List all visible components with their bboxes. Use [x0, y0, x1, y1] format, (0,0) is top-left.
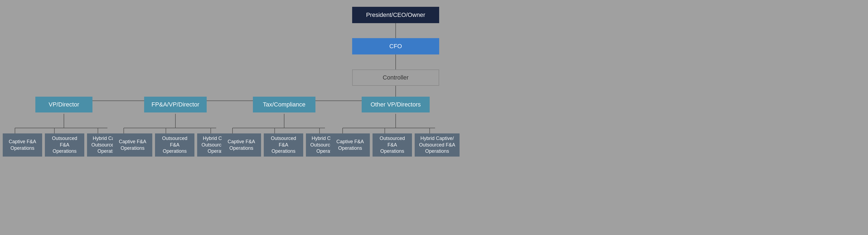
bottom-label-7: Outsourced F&A Operations [267, 135, 301, 154]
bottom-node-7[interactable]: Outsourced F&A Operations [264, 133, 303, 157]
fpa-vp-node[interactable]: FP&A/VP/Director [144, 97, 207, 112]
cfo-label: CFO [390, 43, 402, 50]
org-chart: President/CEO/Owner CFO Controller VP/Di… [0, 0, 868, 235]
cfo-node[interactable]: CFO [352, 38, 439, 54]
other-vp-node[interactable]: Other VP/Directors [362, 97, 430, 112]
other-vp-label: Other VP/Directors [371, 101, 421, 108]
bottom-node-1[interactable]: Outsourced F&A Operations [45, 133, 84, 157]
bottom-label-4: Outsourced F&A Operations [158, 135, 192, 154]
connector-lines [0, 0, 868, 235]
bottom-label-11: Hybrid Captive/ Outsourced F&A Operation… [419, 135, 455, 154]
controller-node[interactable]: Controller [352, 70, 439, 86]
bottom-label-10: Outsourced F&A Operations [375, 135, 409, 154]
bottom-node-3[interactable]: Captive F&A Operations [113, 133, 152, 157]
vp-director-node[interactable]: VP/Director [35, 97, 92, 112]
president-ceo-label: President/CEO/Owner [366, 11, 425, 19]
bottom-label-0: Captive F&A Operations [9, 139, 36, 151]
bottom-node-4[interactable]: Outsourced F&A Operations [155, 133, 194, 157]
bottom-node-0[interactable]: Captive F&A Operations [3, 133, 42, 157]
controller-label: Controller [382, 74, 408, 81]
tax-compliance-node[interactable]: Tax/Compliance [253, 97, 315, 112]
bottom-label-1: Outsourced F&A Operations [48, 135, 82, 154]
bottom-node-9[interactable]: Captive F&A Operations [331, 133, 370, 157]
vp-director-label: VP/Director [49, 101, 79, 108]
bottom-node-11[interactable]: Hybrid Captive/ Outsourced F&A Operation… [415, 133, 460, 157]
tax-compliance-label: Tax/Compliance [263, 101, 306, 108]
bottom-label-3: Captive F&A Operations [119, 139, 146, 151]
bottom-node-10[interactable]: Outsourced F&A Operations [373, 133, 412, 157]
president-ceo-node[interactable]: President/CEO/Owner [352, 7, 439, 23]
fpa-vp-label: FP&A/VP/Director [152, 101, 199, 108]
bottom-label-9: Captive F&A Operations [336, 139, 364, 151]
bottom-node-6[interactable]: Captive F&A Operations [222, 133, 261, 157]
bottom-label-6: Captive F&A Operations [227, 139, 255, 151]
